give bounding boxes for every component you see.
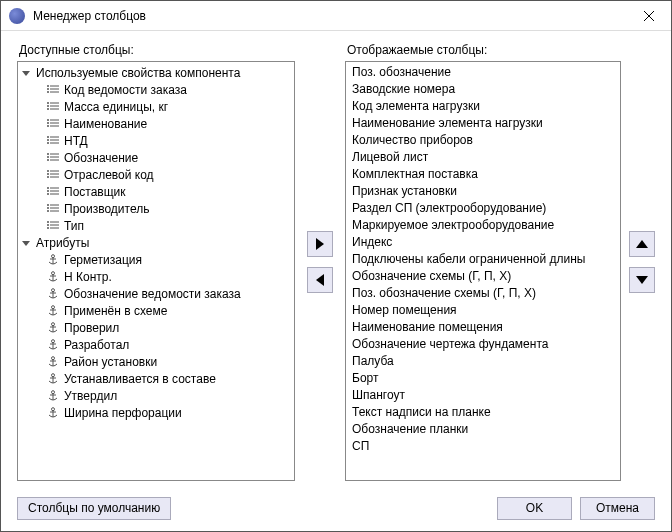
tree-item[interactable]: Разработал: [18, 336, 294, 353]
list-item[interactable]: Палуба: [346, 353, 620, 370]
defaults-button[interactable]: Столбцы по умолчанию: [17, 497, 171, 520]
triangle-left-icon: [315, 274, 325, 286]
tree-item[interactable]: Тип: [18, 217, 294, 234]
list-icon: [46, 135, 60, 147]
list-item[interactable]: Наименование помещения: [346, 319, 620, 336]
tree-item[interactable]: Код ведомости заказа: [18, 81, 294, 98]
available-column: Доступные столбцы: Используемые свойства…: [17, 43, 295, 481]
tree-item-label: Код ведомости заказа: [64, 83, 187, 97]
list-item[interactable]: Номер помещения: [346, 302, 620, 319]
tree-item[interactable]: Утвердил: [18, 387, 294, 404]
list-item[interactable]: Обозначение планки: [346, 421, 620, 438]
window-title: Менеджер столбцов: [33, 9, 626, 23]
svg-point-73: [52, 339, 55, 342]
move-down-button[interactable]: [629, 267, 655, 293]
svg-point-14: [47, 108, 49, 110]
svg-point-61: [52, 271, 55, 274]
list-item[interactable]: Комплектная поставка: [346, 166, 620, 183]
reorder-buttons: [629, 43, 655, 481]
titlebar: Менеджер столбцов: [1, 1, 671, 31]
tree-item-label: Применён в схеме: [64, 304, 167, 318]
tree-item[interactable]: НТД: [18, 132, 294, 149]
svg-point-30: [47, 153, 49, 155]
svg-point-36: [47, 170, 49, 172]
ok-button[interactable]: OK: [497, 497, 572, 520]
list-item[interactable]: Шпангоут: [346, 387, 620, 404]
svg-point-42: [47, 187, 49, 189]
list-item[interactable]: Лицевой лист: [346, 149, 620, 166]
chevron-down-icon: [22, 239, 34, 247]
tree-item[interactable]: Н Контр.: [18, 268, 294, 285]
svg-point-18: [47, 119, 49, 121]
list-icon: [46, 84, 60, 96]
tree-item[interactable]: Отраслевой код: [18, 166, 294, 183]
list-item[interactable]: Раздел СП (электрооборудование): [346, 200, 620, 217]
svg-marker-91: [636, 276, 648, 284]
list-item[interactable]: Индекс: [346, 234, 620, 251]
available-list[interactable]: Используемые свойства компонентаКод ведо…: [17, 61, 295, 481]
tree-item[interactable]: Обозначение ведомости заказа: [18, 285, 294, 302]
list-item[interactable]: Поз. обозначение: [346, 64, 620, 81]
tree-group[interactable]: Используемые свойства компонента: [18, 64, 294, 81]
svg-point-49: [47, 207, 49, 209]
anchor-icon: [46, 288, 60, 300]
tree-item[interactable]: Поставщик: [18, 183, 294, 200]
svg-point-32: [47, 159, 49, 161]
list-item[interactable]: СП: [346, 438, 620, 455]
anchor-icon: [46, 407, 60, 419]
tree-item[interactable]: Устанавливается в составе: [18, 370, 294, 387]
svg-point-12: [47, 102, 49, 104]
close-button[interactable]: [626, 1, 671, 31]
svg-point-20: [47, 125, 49, 127]
displayed-column: Отображаемые столбцы: Поз. обозначениеЗа…: [345, 43, 621, 481]
tree-item-label: Н Контр.: [64, 270, 112, 284]
svg-point-70: [52, 322, 55, 325]
displayed-label: Отображаемые столбцы:: [345, 43, 621, 57]
list-item[interactable]: Признак установки: [346, 183, 620, 200]
tree-item[interactable]: Производитель: [18, 200, 294, 217]
list-item[interactable]: Маркируемое электрооборудование: [346, 217, 620, 234]
list-item[interactable]: Подключены кабели ограниченной длины: [346, 251, 620, 268]
cancel-button[interactable]: Отмена: [580, 497, 655, 520]
tree-item[interactable]: Применён в схеме: [18, 302, 294, 319]
move-up-button[interactable]: [629, 231, 655, 257]
svg-point-31: [47, 156, 49, 158]
list-item[interactable]: Текст надписи на планке: [346, 404, 620, 421]
list-item[interactable]: Наименование элемента нагрузки: [346, 115, 620, 132]
list-item[interactable]: Код элемента нагрузки: [346, 98, 620, 115]
tree-item[interactable]: Герметизация: [18, 251, 294, 268]
svg-point-85: [52, 407, 55, 410]
svg-point-79: [52, 373, 55, 376]
tree-item[interactable]: Обозначение: [18, 149, 294, 166]
svg-point-25: [47, 139, 49, 141]
available-label: Доступные столбцы:: [17, 43, 295, 57]
move-right-button[interactable]: [307, 231, 333, 257]
svg-marker-88: [316, 238, 324, 250]
tree-item[interactable]: Наименование: [18, 115, 294, 132]
move-left-button[interactable]: [307, 267, 333, 293]
tree-item[interactable]: Проверил: [18, 319, 294, 336]
tree-item[interactable]: Масса единицы, кг: [18, 98, 294, 115]
tree-item-label: Наименование: [64, 117, 147, 131]
list-item[interactable]: Количество приборов: [346, 132, 620, 149]
svg-marker-2: [22, 71, 30, 76]
tree-item-label: НТД: [64, 134, 88, 148]
list-item[interactable]: Поз. обозначение схемы (Г, П, Х): [346, 285, 620, 302]
svg-point-56: [47, 227, 49, 229]
anchor-icon: [46, 356, 60, 368]
list-item[interactable]: Борт: [346, 370, 620, 387]
list-item[interactable]: Обозначение схемы (Г, П, Х): [346, 268, 620, 285]
tree-item[interactable]: Ширина перфорации: [18, 404, 294, 421]
tree-item[interactable]: Район установки: [18, 353, 294, 370]
svg-point-8: [47, 91, 49, 93]
svg-point-6: [47, 85, 49, 87]
svg-point-19: [47, 122, 49, 124]
tree-item-label: Производитель: [64, 202, 149, 216]
tree-group[interactable]: Атрибуты: [18, 234, 294, 251]
tree-item-label: Проверил: [64, 321, 119, 335]
displayed-list[interactable]: Поз. обозначениеЗаводские номераКод элем…: [345, 61, 621, 481]
list-icon: [46, 203, 60, 215]
list-item[interactable]: Заводские номера: [346, 81, 620, 98]
list-item[interactable]: Обозначение чертежа фундамента: [346, 336, 620, 353]
tree-item-label: Поставщик: [64, 185, 126, 199]
